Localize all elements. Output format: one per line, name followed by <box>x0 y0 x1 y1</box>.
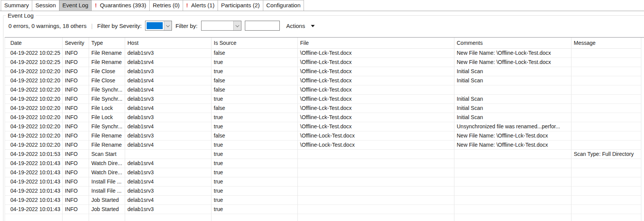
tab-event-log[interactable]: Event Log <box>59 0 92 11</box>
tab-alerts-1[interactable]: !Alerts (1) <box>183 0 218 11</box>
cell-file: \Offline-Lck-Test.docx <box>298 67 454 76</box>
cell-type: File Rename <box>89 49 125 58</box>
cell-host: delab1srv4 <box>125 85 211 95</box>
empty-cell <box>211 214 298 221</box>
tab-summary[interactable]: Summary <box>1 0 32 11</box>
cell-date: 04-19-2022 10:01:43 <box>5 205 63 214</box>
cell-date: 04-19-2022 10:02:25 <box>5 58 63 67</box>
cell-file <box>298 168 454 177</box>
cell-severity: INFO <box>63 76 89 85</box>
cell-is-source: false <box>211 49 298 58</box>
chevron-down-icon[interactable] <box>233 21 241 30</box>
column-header-message[interactable]: Message <box>571 38 641 49</box>
cell-is-source: true <box>211 113 298 122</box>
cell-message <box>571 76 641 85</box>
column-header-is-source[interactable]: Is Source <box>211 38 298 49</box>
cell-severity: INFO <box>63 85 89 95</box>
table-row[interactable]: 04-19-2022 10:02:20INFOFile Lockdelab1sr… <box>5 104 644 113</box>
table-row[interactable]: 04-19-2022 10:01:43INFOInstall File ...d… <box>5 187 644 196</box>
cell-severity: INFO <box>63 177 89 187</box>
cell-message <box>571 104 641 113</box>
cell-type: File Close <box>89 67 125 76</box>
tab-retries-0[interactable]: Retries (0) <box>149 0 183 11</box>
table-row[interactable]: 04-19-2022 10:01:53INFOScan StarttrueSca… <box>5 150 644 159</box>
tab-participants-2[interactable]: Participants (2) <box>218 0 263 11</box>
filter-text-input[interactable] <box>245 21 280 31</box>
column-header-type[interactable]: Type <box>89 38 125 49</box>
cell-message <box>571 85 641 95</box>
cell-file: \Offline-Lock-Test.docx <box>298 141 454 150</box>
cell-type: File Synchr... <box>89 95 125 104</box>
empty-filler-row <box>5 214 644 221</box>
table-row[interactable]: 04-19-2022 10:02:20INFOFile Lockdelab1sr… <box>5 113 644 122</box>
tab-configuration[interactable]: Configuration <box>263 0 304 11</box>
cell-message: Scan Type: Full Directory <box>571 150 641 159</box>
cell-type: Scan Start <box>89 150 125 159</box>
cell-is-source: true <box>211 187 298 196</box>
table-row[interactable]: 04-19-2022 10:02:25INFOFile Renamedelab1… <box>5 58 644 67</box>
cell-message <box>571 49 641 58</box>
tab-quarantines-393[interactable]: !Quarantines (393) <box>91 0 150 11</box>
severity-filter-dropdown[interactable] <box>145 21 172 31</box>
cell-type: File Lock <box>89 104 125 113</box>
column-header-comments[interactable]: Comments <box>454 38 571 49</box>
severity-selected-swatch <box>147 22 163 29</box>
cell-is-source: true <box>211 177 298 187</box>
table-row[interactable]: 04-19-2022 10:02:25INFOFile Renamedelab1… <box>5 49 644 58</box>
cell-is-source: false <box>211 131 298 141</box>
cell-is-source: true <box>211 95 298 104</box>
cell-date: 04-19-2022 10:01:43 <box>5 168 63 177</box>
cell-type: Watch Dire... <box>89 159 125 168</box>
combo-spacer <box>201 21 233 30</box>
tab-label: Retries (0) <box>153 2 180 8</box>
cell-is-source: true <box>211 205 298 214</box>
cell-file: \Offline-Lck-Test.docx <box>298 58 454 67</box>
table-row[interactable]: 04-19-2022 10:02:20INFOFile Synchr...del… <box>5 122 644 131</box>
cell-date: 04-19-2022 10:02:20 <box>5 131 63 141</box>
tab-session[interactable]: Session <box>32 0 59 11</box>
cell-severity: INFO <box>63 159 89 168</box>
column-header-severity[interactable]: Severity <box>63 38 89 49</box>
empty-cell <box>298 214 454 221</box>
cell-is-source: true <box>211 159 298 168</box>
table-row[interactable]: 04-19-2022 10:01:43INFOJob Starteddelab1… <box>5 205 644 214</box>
empty-cell <box>5 214 63 221</box>
table-row[interactable]: 04-19-2022 10:01:43INFOWatch Dire...dela… <box>5 159 644 168</box>
cell-severity: INFO <box>63 205 89 214</box>
cell-host: delab1srv4 <box>125 177 211 187</box>
cell-host <box>125 150 211 159</box>
empty-cell <box>571 214 641 221</box>
cell-host: delab1srv4 <box>125 196 211 205</box>
cell-severity: INFO <box>63 67 89 76</box>
column-header-host[interactable]: Host <box>125 38 211 49</box>
cell-host: delab1srv3 <box>125 113 211 122</box>
table-row[interactable]: 04-19-2022 10:01:43INFOInstall File ...d… <box>5 177 644 187</box>
cell-comments <box>454 187 571 196</box>
actions-button[interactable]: Actions <box>286 23 315 29</box>
cell-comments <box>454 85 571 95</box>
table-row[interactable]: 04-19-2022 10:02:20INFOFile Closedelab1s… <box>5 67 644 76</box>
cell-comments <box>454 159 571 168</box>
cell-date: 04-19-2022 10:02:20 <box>5 104 63 113</box>
table-row[interactable]: 04-19-2022 10:02:20INFOFile Closedelab1s… <box>5 76 644 85</box>
event-count-summary: 0 errors, 0 warnings, 18 others <box>8 23 86 29</box>
cell-type: Job Started <box>89 196 125 205</box>
cell-type: Install File ... <box>89 177 125 187</box>
table-row[interactable]: 04-19-2022 10:02:20INFOFile Renamedelab1… <box>5 131 644 141</box>
cell-type: File Close <box>89 76 125 85</box>
table-row[interactable]: 04-19-2022 10:02:20INFOFile Renamedelab1… <box>5 141 644 150</box>
table-row[interactable]: 04-19-2022 10:01:43INFOWatch Dire...dela… <box>5 168 644 177</box>
cell-host: delab1srv4 <box>125 58 211 67</box>
column-header-date[interactable]: Date <box>5 38 63 49</box>
empty-cell <box>89 214 125 221</box>
tab-label: Quarantines (393) <box>100 2 146 8</box>
column-header-file[interactable]: File <box>298 38 454 49</box>
table-row[interactable]: 04-19-2022 10:02:20INFOFile Synchr...del… <box>5 95 644 104</box>
cell-file <box>298 159 454 168</box>
empty-cell <box>454 214 571 221</box>
filter-by-dropdown[interactable] <box>201 21 241 31</box>
cell-message <box>571 141 641 150</box>
table-row[interactable]: 04-19-2022 10:01:43INFOJob Starteddelab1… <box>5 196 644 205</box>
table-row[interactable]: 04-19-2022 10:02:20INFOFile Synchr...del… <box>5 85 644 95</box>
chevron-down-icon[interactable] <box>164 21 172 30</box>
